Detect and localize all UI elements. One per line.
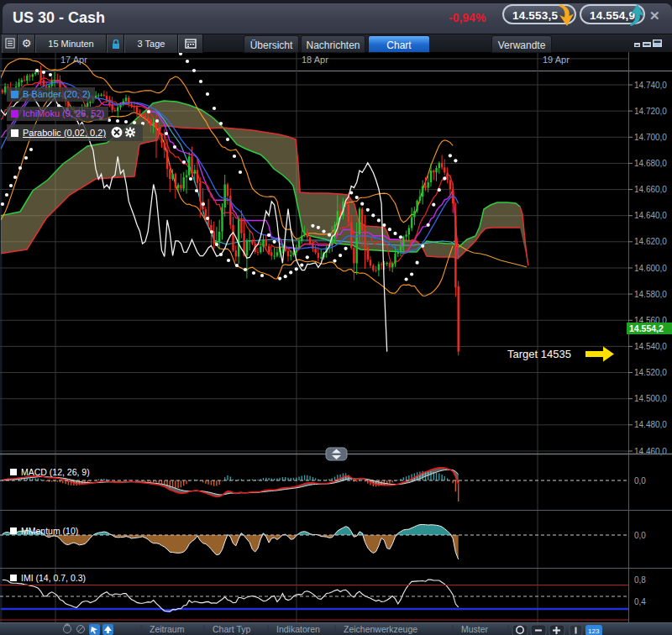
svg-text:Zeichenwerkzeuge: Zeichenwerkzeuge bbox=[344, 624, 417, 634]
svg-text:MMentum (10): MMentum (10) bbox=[21, 526, 78, 536]
svg-text:Zeitraum: Zeitraum bbox=[150, 624, 185, 634]
svg-text:0,0: 0,0 bbox=[634, 476, 646, 485]
svg-text:Muster: Muster bbox=[461, 624, 489, 634]
svg-text:14.540,0: 14.540,0 bbox=[634, 342, 667, 351]
svg-text:14.720,0: 14.720,0 bbox=[634, 107, 667, 116]
svg-text:14.700,0: 14.700,0 bbox=[634, 133, 667, 142]
svg-text:MACD (12, 26, 9): MACD (12, 26, 9) bbox=[21, 467, 90, 477]
svg-text:14.740,0: 14.740,0 bbox=[634, 81, 667, 90]
svg-text:18 Apr: 18 Apr bbox=[302, 55, 328, 65]
svg-text:17 Apr: 17 Apr bbox=[60, 55, 87, 65]
svg-text:0,4: 0,4 bbox=[634, 597, 646, 606]
svg-text:123: 123 bbox=[588, 627, 600, 635]
svg-text:14.640,0: 14.640,0 bbox=[634, 211, 667, 220]
svg-text:14.500,0: 14.500,0 bbox=[634, 394, 667, 403]
svg-text:14.520,0: 14.520,0 bbox=[634, 368, 667, 377]
svg-text:Chart Typ: Chart Typ bbox=[213, 624, 250, 634]
svg-text:14.680,0: 14.680,0 bbox=[634, 159, 667, 168]
svg-text:14.660,0: 14.660,0 bbox=[634, 185, 667, 194]
svg-text:Target 14535: Target 14535 bbox=[507, 348, 571, 360]
svg-text:14.580,0: 14.580,0 bbox=[634, 290, 667, 299]
svg-text:19 Apr: 19 Apr bbox=[543, 55, 570, 65]
svg-text:0,0: 0,0 bbox=[634, 531, 646, 540]
svg-text:IMI (14, 0.7, 0.3): IMI (14, 0.7, 0.3) bbox=[21, 573, 86, 583]
svg-text:14.554,2: 14.554,2 bbox=[629, 323, 664, 333]
svg-text:Indikatoren: Indikatoren bbox=[276, 624, 320, 634]
svg-text:14.620,0: 14.620,0 bbox=[634, 237, 667, 246]
svg-text:0,8: 0,8 bbox=[634, 575, 646, 585]
svg-text:14.600,0: 14.600,0 bbox=[634, 264, 667, 273]
svg-text:14.480,0: 14.480,0 bbox=[634, 420, 667, 429]
